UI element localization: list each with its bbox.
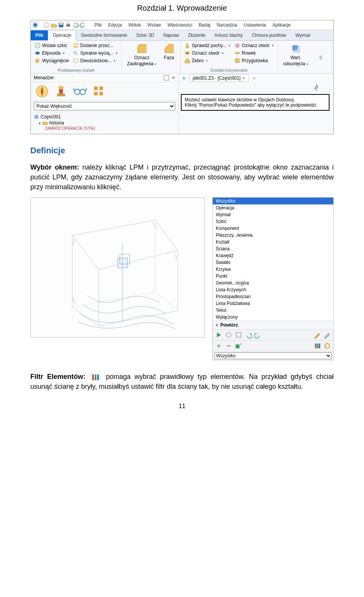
menu-ustawienia[interactable]: Ustawienia [241, 22, 269, 28]
tab-chmura[interactable]: Chmura punktów [247, 30, 291, 40]
filter-item[interactable]: Wymiar [213, 211, 333, 218]
menu-badaj[interactable]: Badaj [196, 22, 213, 28]
running-man-icon[interactable] [313, 84, 320, 91]
dropdown-arrow-icon[interactable]: ▾ [306, 62, 308, 66]
filter-item[interactable]: Krawędź [213, 252, 333, 259]
collapse-icon[interactable]: ▼ [215, 323, 219, 327]
dropdown-arrow-icon[interactable]: ▾ [271, 44, 274, 47]
filter-bars-icon[interactable] [314, 342, 321, 350]
expand-icon[interactable]: ▸ [39, 121, 41, 125]
tab-zlozenie[interactable]: Złożenie [184, 30, 210, 40]
filter-item[interactable]: Operacja [213, 204, 333, 211]
menu-plik[interactable]: Plik [92, 22, 104, 28]
tab-operacje[interactable]: Operacje [48, 30, 76, 41]
cmd-wstaw-szkic[interactable]: Wstaw szkic [34, 42, 70, 49]
tool-icon[interactable] [235, 331, 242, 339]
menu-wstaw[interactable]: Wstaw [145, 22, 164, 28]
filter-item[interactable]: Płaszczy...iesienia [213, 232, 333, 239]
open-folder-icon[interactable] [51, 22, 57, 28]
filter-item[interactable]: Światło [213, 259, 333, 266]
filter-item[interactable]: Ściana [213, 245, 333, 252]
menu-aplikacje[interactable]: Aplikacje [270, 22, 293, 28]
filter-item[interactable]: Szkic [213, 218, 333, 225]
cmd-rowek[interactable]: Rowek [234, 50, 275, 57]
menu-edycja[interactable]: Edycja [105, 22, 124, 28]
cmd-dodanie-przez[interactable]: Dodanie przez... [72, 42, 118, 49]
filter-item[interactable]: Kształt [213, 239, 333, 245]
close-tab-icon[interactable]: ✕ [242, 76, 245, 81]
cmd-zebro[interactable]: Żebro▾ [184, 57, 231, 64]
add-tab-icon[interactable]: + [251, 75, 257, 81]
filter-item[interactable]: Linia Podziałowa [213, 300, 333, 307]
add-group-icon[interactable]: + [235, 342, 242, 350]
filter-item-wszystko[interactable]: Wszystko [213, 198, 333, 204]
manager-view-select[interactable]: Pokaż Większość [34, 102, 175, 110]
dropdown-arrow-icon[interactable]: ▾ [113, 59, 116, 63]
restore-icon[interactable] [164, 75, 169, 80]
tab-napraw[interactable]: Napraw [158, 30, 183, 40]
dropdown-arrow-icon[interactable]: ▾ [155, 62, 157, 66]
manager-view-dropdown[interactable]: Pokaż Większość [31, 101, 178, 112]
redo-icon[interactable] [254, 331, 262, 339]
dropdown-arrow-icon[interactable]: ▾ [228, 44, 231, 47]
print-icon[interactable] [65, 22, 71, 28]
filter-item[interactable]: Prostopadłościan [213, 293, 333, 300]
glasses-icon[interactable] [72, 85, 88, 98]
cmd-oznacz-otwor-2[interactable]: Oznacz otwór▾ [234, 42, 275, 49]
cmd-sprawdz-pochy[interactable]: Sprawdź pochy...▾ [184, 42, 231, 49]
filter-item[interactable]: Geomet...ncyjna [213, 280, 333, 286]
close-icon[interactable]: ✕ [171, 75, 175, 80]
save-icon[interactable] [58, 22, 64, 28]
menu-widok[interactable]: Widok [126, 22, 143, 28]
filter-item[interactable]: Wyłączony [213, 314, 333, 320]
dropdown-arrow-icon[interactable]: ▾ [115, 51, 118, 55]
stamp-icon[interactable] [53, 85, 69, 98]
filter-item[interactable]: Punkt [213, 273, 333, 280]
cmd-dwusciezkowe[interactable]: Dwuścieżkow...▾ [72, 57, 118, 64]
cmd-oznacz-otwor-1[interactable]: Oznacz otwór▾ [184, 50, 231, 57]
tree-frozen[interactable]: ZAMRÓŹ OPERACJE TUTAJ [34, 126, 175, 131]
filter-item[interactable]: Krzywa [213, 266, 333, 273]
remove-icon[interactable]: − [225, 342, 232, 350]
refresh-icon[interactable] [323, 342, 331, 350]
filter-item[interactable]: Lista Krzywych [213, 286, 333, 293]
tab-plik[interactable]: Plik [31, 30, 48, 40]
cmd-oznacz-zaokraglenia[interactable]: Oznacz Zaokrąglenia ▾ [125, 42, 159, 67]
powtorz-section[interactable]: ▼ Powtórz [213, 320, 333, 329]
tree-root[interactable]: Część001 [34, 114, 175, 120]
dropdown-arrow-icon[interactable]: ▾ [62, 51, 65, 55]
pencil-icon[interactable] [314, 331, 321, 339]
dropdown-arrow-icon[interactable]: ▾ [205, 59, 208, 63]
filter-item[interactable]: Komponent [213, 225, 333, 232]
grid-icon[interactable] [91, 85, 107, 98]
cmd-faza[interactable]: Faza [161, 42, 177, 67]
redo-icon[interactable] [80, 22, 86, 28]
filter-selector[interactable]: Wszystko [214, 352, 332, 359]
tool-icon[interactable] [225, 331, 232, 339]
compass-icon[interactable] [35, 85, 50, 98]
undo-icon[interactable] [245, 331, 252, 339]
play-icon[interactable] [215, 331, 223, 339]
menu-wlasciwosci[interactable]: Właściwości [165, 22, 195, 28]
cmd-wyciagniecie[interactable]: Wyciągnięcie [34, 57, 70, 64]
cmd-przygotowka[interactable]: Przygotówka [234, 57, 275, 64]
filter-item[interactable]: Tekst [213, 307, 333, 314]
tab-swobodne[interactable]: Swobodne formowanie [76, 30, 132, 40]
pencil-icon[interactable] [323, 331, 331, 339]
cmd-s[interactable]: S [313, 42, 329, 67]
tab-szkic3d[interactable]: Szkic 3D [132, 30, 158, 40]
add-icon[interactable]: + [215, 342, 223, 350]
new-file-icon[interactable] [44, 22, 50, 28]
tab-arkusz[interactable]: Arkusz blachy [210, 30, 247, 40]
cmd-wart-odsunięcia[interactable]: Wart. odsunięcia ▾ [281, 42, 311, 67]
tree-history[interactable]: ▸ historia [34, 120, 175, 126]
undo-icon[interactable] [72, 22, 78, 28]
menu-narzedzia[interactable]: Narzędzia [214, 22, 240, 28]
add-tab-icon[interactable]: + [181, 75, 187, 81]
cmd-spiralne[interactable]: Spiralne wycią...▾ [72, 50, 118, 57]
cmd-elipsoida[interactable]: Elipsoida▾ [34, 50, 70, 57]
selection-cube-illustration [30, 197, 205, 338]
tab-wymiar[interactable]: Wymiar [291, 30, 315, 40]
dropdown-arrow-icon[interactable]: ▾ [221, 51, 224, 55]
document-tab[interactable]: plik001.Z3 - [Część001] ✕ [189, 74, 249, 82]
